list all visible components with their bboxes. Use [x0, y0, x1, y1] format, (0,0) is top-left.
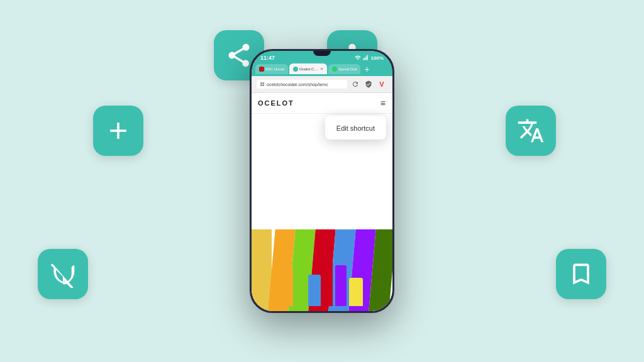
- tab-add-button[interactable]: +: [362, 64, 372, 74]
- phone-notch: [313, 51, 331, 56]
- phone-screen: 11:47 100% BBC Home Ocelot Ch... ×: [252, 51, 392, 311]
- context-menu: Edit shortcut: [325, 116, 386, 140]
- svg-rect-3: [367, 55, 367, 60]
- svg-rect-5: [262, 82, 264, 84]
- edit-shortcut-menu-item[interactable]: Edit shortcut: [336, 124, 375, 132]
- wifi-icon: [355, 55, 361, 61]
- tab-ocelot-label: Ocelot Ch...: [299, 67, 318, 71]
- phone-mockup: 11:47 100% BBC Home Ocelot Ch... ×: [250, 49, 394, 313]
- tab-ocelot[interactable]: Ocelot Ch... ×: [289, 63, 327, 74]
- share-icon: [225, 41, 253, 69]
- url-input-field[interactable]: ocelotchocolate.com/shop/lemc: [257, 80, 347, 89]
- speeddial-favicon: [332, 67, 337, 72]
- shape3: [308, 275, 321, 306]
- tab-speeddial[interactable]: Speed Dial: [328, 64, 360, 74]
- hamburger-menu-button[interactable]: ≡: [380, 98, 386, 108]
- tab-bbc-label: BBC Home: [265, 67, 284, 71]
- svg-rect-6: [260, 84, 262, 86]
- tab-close-button[interactable]: ×: [320, 66, 323, 72]
- battery-text: 100%: [371, 55, 384, 61]
- translate-icon: [517, 117, 545, 145]
- shape2: [296, 256, 306, 306]
- status-time: 11:47: [260, 55, 275, 61]
- shape6: [349, 278, 363, 306]
- plus-icon: [104, 117, 132, 145]
- vivaldi-icon: V: [379, 80, 384, 88]
- shape1: [282, 268, 293, 306]
- vivaldi-button[interactable]: V: [376, 79, 387, 90]
- page-content: OCELOT Edit shortcut ≡: [252, 93, 392, 311]
- product-image-area: [252, 229, 392, 311]
- reload-button[interactable]: [350, 79, 361, 90]
- bookmark-icon-button[interactable]: [556, 249, 606, 299]
- tab-bar: BBC Home Ocelot Ch... × Speed Dial +: [252, 63, 392, 76]
- url-text: ocelotchocolate.com/shop/lemc: [267, 82, 328, 87]
- ocelot-favicon: [293, 67, 298, 72]
- translate-icon-button[interactable]: [506, 106, 556, 156]
- bookmark-icon: [567, 260, 595, 288]
- svg-rect-2: [365, 57, 366, 60]
- signal-icon: [363, 55, 369, 61]
- url-bar-icons: V: [350, 79, 387, 90]
- shield-icon-button[interactable]: [38, 249, 88, 299]
- svg-rect-4: [260, 82, 262, 84]
- shape5: [335, 265, 347, 306]
- svg-rect-0: [363, 58, 364, 60]
- reload-icon: [352, 80, 359, 88]
- svg-rect-1: [364, 57, 365, 60]
- url-bar: ocelotchocolate.com/shop/lemc V: [252, 76, 392, 93]
- shield-off-icon: [49, 260, 77, 288]
- ocelot-logo: OCELOT: [258, 99, 294, 107]
- add-icon-button[interactable]: [93, 106, 143, 156]
- url-favicon: [260, 82, 265, 87]
- shape4: [323, 250, 333, 306]
- shield-url-button[interactable]: [363, 79, 374, 90]
- status-icons: 100%: [355, 55, 384, 61]
- tab-bbc[interactable]: BBC Home: [255, 64, 288, 74]
- phone-frame: 11:47 100% BBC Home Ocelot Ch... ×: [250, 49, 394, 313]
- svg-rect-7: [262, 84, 264, 86]
- product-shapes: [252, 229, 392, 311]
- shield-url-icon: [365, 80, 372, 88]
- page-header: OCELOT Edit shortcut ≡: [252, 93, 392, 114]
- tab-speeddial-label: Speed Dial: [338, 67, 357, 71]
- bbc-favicon: [259, 67, 264, 72]
